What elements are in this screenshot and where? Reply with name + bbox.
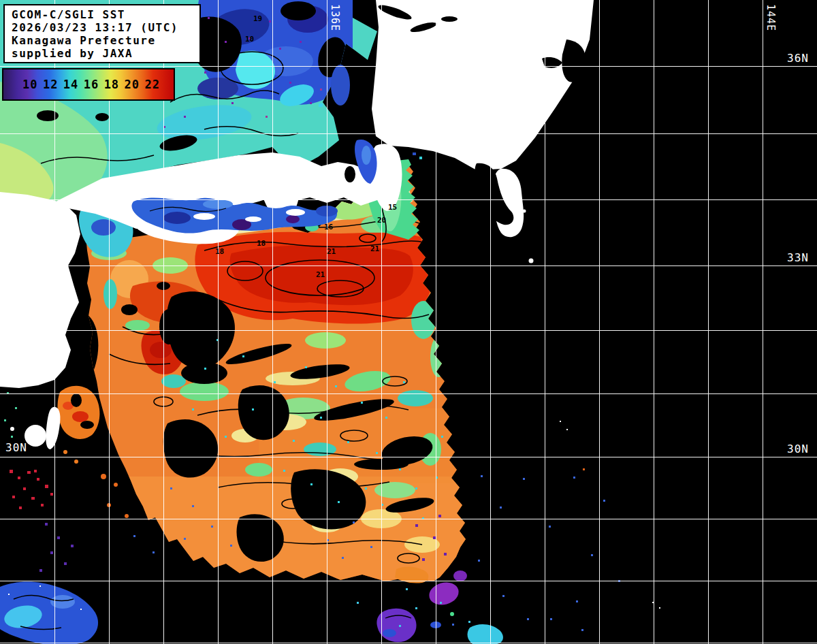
latitude-label-30N-left: 30N — [5, 442, 27, 453]
contour-label: 10 — [245, 35, 254, 43]
colorbar-tick: 12 — [43, 78, 58, 91]
sst-map-stage: GCOM-C/SGLI SST 2026/03/23 13:17 (UTC) K… — [0, 0, 817, 644]
latitude-label-30N-right: 30N — [787, 444, 809, 455]
longitude-label-144E: 144E — [765, 4, 775, 31]
contour-label: 18 — [257, 240, 266, 247]
colorbar-tick: 18 — [104, 78, 119, 91]
colorbar-tick-labels: 10 12 14 16 18 20 22 — [3, 69, 174, 99]
colorbar-tick: 10 — [22, 78, 37, 91]
contour-label: 21 — [370, 245, 379, 253]
colorbar-tick: 16 — [84, 78, 99, 91]
contour-label: 18 — [215, 248, 224, 255]
region-name: Kanagawa Prefecture — [12, 34, 199, 47]
product-title: GCOM-C/SGLI SST — [12, 8, 199, 21]
contour-label: 15 — [388, 204, 397, 211]
colorbar-tick: 22 — [144, 78, 159, 91]
temperature-colorbar: 10 12 14 16 18 20 22 — [2, 68, 175, 101]
coastal-blue-patch — [331, 65, 350, 106]
contour-label: 16 — [324, 223, 333, 231]
contour-label: 20 — [377, 216, 386, 224]
contour-label: 21 — [327, 248, 336, 255]
observation-datetime: 2026/03/23 13:17 (UTC) — [12, 21, 199, 34]
contour-label: 19 — [253, 15, 262, 22]
info-box: GCOM-C/SGLI SST 2026/03/23 13:17 (UTC) K… — [3, 4, 201, 63]
latitude-label-36N: 36N — [787, 53, 809, 64]
colorbar-tick: 14 — [63, 78, 78, 91]
colorbar-tick: 20 — [125, 78, 140, 91]
latitude-label-33N: 33N — [787, 253, 809, 263]
longitude-label-136E: 136E — [330, 4, 340, 31]
contour-label: 21 — [316, 271, 325, 278]
data-provider: supplied by JAXA — [12, 47, 199, 60]
